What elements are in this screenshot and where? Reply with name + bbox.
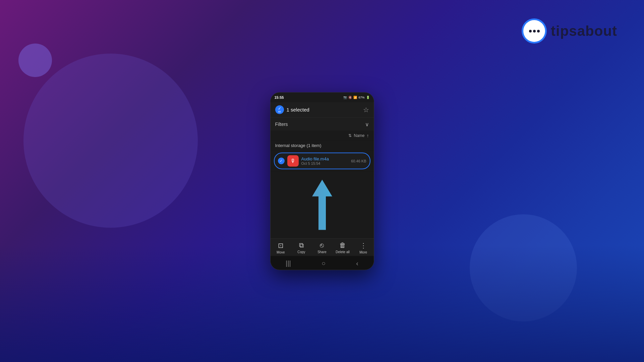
status-icons: 📷 🔇 📶 67% 🔋 [343, 95, 369, 99]
move-button[interactable]: ⊡ Move [272, 241, 289, 254]
checkmark-icon: ✓ [278, 106, 281, 111]
storage-label-text: Internal storage (1 item) [275, 143, 321, 148]
svg-marker-0 [312, 179, 332, 230]
bg-decoration-circle2 [18, 44, 52, 77]
copy-button[interactable]: ⧉ Copy [293, 241, 310, 254]
dot3 [537, 30, 540, 32]
app-header: ✓ All 1 selected ☆ [271, 102, 374, 117]
more-button[interactable]: ⋮ More [355, 241, 372, 254]
delete-all-label: Delete all [336, 250, 350, 254]
sort-order-icon[interactable]: ↑ [367, 133, 369, 138]
file-info: Audio file.m4a Oct 5 15:54 [301, 156, 349, 165]
share-label: Share [317, 250, 327, 254]
delete-icon: 🗑 [339, 241, 346, 249]
selected-count-label: 1 selected [287, 107, 309, 113]
logo-icon [522, 18, 547, 44]
share-button[interactable]: ⎋ Share [313, 241, 330, 254]
filters-row[interactable]: Filters ∨ [271, 117, 374, 131]
select-all-button[interactable]: ✓ All [275, 105, 284, 114]
file-size: 60.46 KB [351, 159, 366, 163]
logo: tipsabout [522, 18, 617, 44]
chevron-down-icon: ∨ [365, 121, 369, 127]
move-icon: ⊡ [278, 241, 284, 249]
move-label: Move [277, 250, 285, 254]
phone: 15:55 📷 🔇 📶 67% 🔋 ✓ All 1 selected ☆ F [270, 92, 374, 270]
file-check-icon: ✓ [280, 159, 283, 163]
favorite-button[interactable]: ☆ [363, 105, 369, 114]
more-icon: ⋮ [360, 241, 367, 249]
copy-icon: ⧉ [299, 241, 304, 249]
all-label: All [278, 111, 281, 113]
dot1 [529, 30, 532, 32]
more-label: More [359, 250, 367, 254]
sort-icon[interactable]: ⇅ [348, 133, 352, 138]
phone-container: 15:55 📷 🔇 📶 67% 🔋 ✓ All 1 selected ☆ F [270, 92, 374, 270]
home-button[interactable]: ○ [321, 259, 326, 267]
logo-chat-dots [529, 30, 540, 32]
filters-label: Filters [275, 122, 288, 127]
sort-row: ⇅ Name ↑ [271, 131, 374, 140]
back-button[interactable]: ‹ [356, 259, 358, 267]
status-time: 15:55 [275, 95, 284, 99]
logo-text: tipsabout [551, 23, 617, 39]
signal-icon: 📷 [343, 95, 347, 99]
header-left: ✓ All 1 selected [275, 105, 309, 114]
microphone-icon: 🎙 [290, 158, 296, 164]
up-arrow-svg [310, 178, 334, 231]
bottom-toolbar: ⊡ Move ⧉ Copy ⎋ Share 🗑 Delete all ⋮ Mor… [271, 238, 374, 256]
copy-label: Copy [297, 250, 305, 254]
bg-decoration-circle1 [23, 54, 198, 228]
sort-label[interactable]: Name [354, 133, 364, 138]
file-checkbox[interactable]: ✓ [278, 157, 285, 164]
storage-section-label: Internal storage (1 item) [271, 140, 374, 150]
share-icon: ⎋ [320, 241, 324, 249]
file-item-container: ✓ 🎙 Audio file.m4a Oct 5 15:54 60.46 KB [271, 150, 374, 171]
wifi-icon: 🔇 [348, 95, 352, 99]
battery-icon: 🔋 [366, 95, 370, 99]
recent-apps-button[interactable]: ||| [286, 259, 291, 267]
network-icon: 📶 [353, 95, 357, 99]
file-type-icon: 🎙 [287, 155, 299, 166]
file-date: Oct 5 15:54 [301, 161, 349, 165]
nav-bar: ||| ○ ‹ [271, 256, 374, 270]
dot2 [533, 30, 536, 32]
file-item[interactable]: ✓ 🎙 Audio file.m4a Oct 5 15:54 60.46 KB [274, 152, 370, 169]
status-bar: 15:55 📷 🔇 📶 67% 🔋 [271, 92, 374, 102]
arrow-annotation [271, 171, 374, 238]
file-name: Audio file.m4a [301, 156, 349, 161]
battery-indicator: 67% [358, 95, 364, 99]
delete-all-button[interactable]: 🗑 Delete all [334, 241, 351, 254]
